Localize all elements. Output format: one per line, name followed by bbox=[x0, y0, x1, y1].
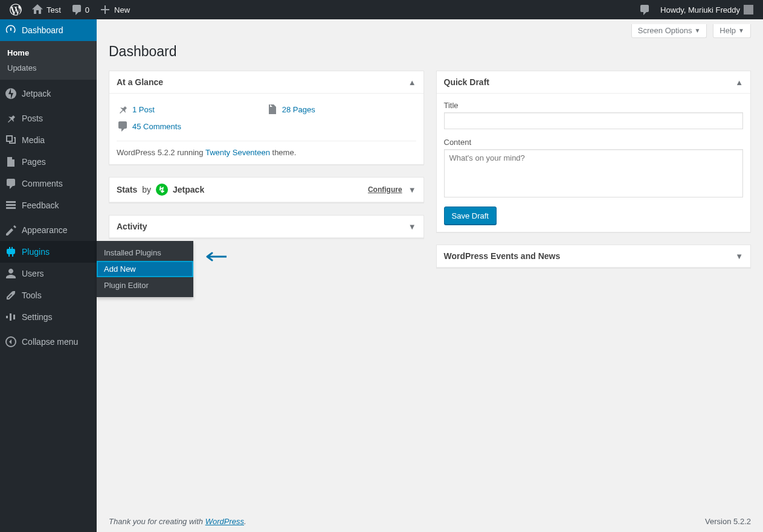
users-icon bbox=[5, 268, 17, 280]
configure-link[interactable]: Configure bbox=[368, 185, 402, 194]
menu-appearance[interactable]: Appearance bbox=[0, 219, 97, 241]
comment-icon bbox=[117, 120, 129, 132]
dashboard-icon bbox=[5, 24, 17, 36]
settings-icon bbox=[5, 311, 17, 323]
admin-menu: Dashboard Home Updates Jetpack Posts Med… bbox=[0, 19, 97, 532]
metabox-quick-draft: Quick Draft ▲ Title Content Save Draft bbox=[436, 71, 752, 232]
notifications-menu[interactable] bbox=[634, 0, 655, 19]
metabox-header[interactable]: Quick Draft ▲ bbox=[437, 71, 751, 94]
collapse-down-icon[interactable]: ▼ bbox=[408, 185, 416, 194]
help-button[interactable]: Help▼ bbox=[713, 24, 751, 38]
menu-settings[interactable]: Settings bbox=[0, 306, 97, 328]
tools-icon bbox=[5, 289, 17, 301]
collapse-down-icon[interactable]: ▼ bbox=[735, 252, 743, 261]
theme-link[interactable]: Twenty Seventeen bbox=[205, 148, 270, 157]
new-content-menu[interactable]: New bbox=[94, 0, 135, 19]
menu-posts[interactable]: Posts bbox=[0, 107, 97, 129]
site-name-menu[interactable]: Test bbox=[27, 0, 66, 19]
avatar bbox=[744, 5, 753, 14]
metabox-header[interactable]: WordPress Events and News ▼ bbox=[437, 245, 751, 268]
chevron-down-icon: ▼ bbox=[738, 27, 744, 34]
submenu-updates[interactable]: Updates bbox=[0, 60, 97, 75]
home-icon bbox=[31, 4, 43, 16]
content-area: Screen Options▼ Help▼ Dashboard At a Gla… bbox=[97, 0, 763, 532]
metabox-header[interactable]: Activity ▼ bbox=[109, 216, 423, 238]
glance-posts-link[interactable]: 1 Post bbox=[132, 105, 155, 114]
feedback-icon bbox=[5, 199, 17, 211]
screen-options-button[interactable]: Screen Options▼ bbox=[631, 24, 707, 38]
metabox-header[interactable]: Stats by ↯ Jetpack Configure ▼ bbox=[109, 178, 423, 202]
wp-logo-menu[interactable] bbox=[5, 0, 27, 19]
menu-tools[interactable]: Tools bbox=[0, 284, 97, 306]
comment-icon bbox=[5, 178, 17, 190]
comments-count: 0 bbox=[85, 5, 89, 14]
screen-meta-links: Screen Options▼ Help▼ bbox=[109, 24, 751, 38]
wordpress-link[interactable]: WordPress bbox=[205, 517, 244, 526]
menu-feedback[interactable]: Feedback bbox=[0, 194, 97, 216]
pin-icon bbox=[117, 103, 129, 115]
menu-users[interactable]: Users bbox=[0, 263, 97, 284]
new-label: New bbox=[114, 5, 130, 14]
jetpack-icon bbox=[5, 88, 17, 100]
menu-dashboard[interactable]: Dashboard Home Updates bbox=[0, 19, 97, 80]
menu-pages[interactable]: Pages bbox=[0, 151, 97, 173]
pin-icon bbox=[5, 112, 17, 124]
metabox-activity: Activity ▼ bbox=[109, 215, 424, 239]
media-icon bbox=[5, 134, 17, 146]
page-icon bbox=[266, 103, 278, 115]
menu-comments[interactable]: Comments bbox=[0, 173, 97, 194]
page-title: Dashboard bbox=[109, 38, 751, 71]
draft-title-input[interactable] bbox=[444, 112, 744, 129]
collapse-up-icon[interactable]: ▲ bbox=[408, 78, 416, 87]
content-label: Content bbox=[444, 138, 744, 147]
metabox-jetpack-stats: Stats by ↯ Jetpack Configure ▼ bbox=[109, 177, 424, 203]
plugin-icon bbox=[5, 246, 17, 258]
collapse-icon bbox=[5, 336, 17, 348]
metabox-events-news: WordPress Events and News ▼ bbox=[436, 245, 752, 268]
page-icon bbox=[5, 156, 17, 168]
wordpress-logo-icon bbox=[10, 4, 22, 16]
admin-footer: Thank you for creating with WordPress. V… bbox=[97, 511, 763, 532]
submenu-dashboard: Home Updates bbox=[0, 41, 97, 80]
submenu-home[interactable]: Home bbox=[0, 45, 97, 60]
wp-version-text: WordPress 5.2.2 running Twenty Seventeen… bbox=[117, 141, 416, 157]
menu-jetpack[interactable]: Jetpack bbox=[0, 83, 97, 104]
appearance-icon bbox=[5, 224, 17, 236]
save-draft-button[interactable]: Save Draft bbox=[444, 207, 497, 225]
chevron-down-icon: ▼ bbox=[694, 27, 700, 34]
menu-plugins[interactable]: Plugins Installed Plugins Add New Plugin… bbox=[0, 241, 97, 263]
admin-toolbar: Test 0 New Howdy, Muriuki Freddy bbox=[0, 0, 763, 19]
comment-icon bbox=[639, 4, 651, 16]
glance-comments-link[interactable]: 45 Comments bbox=[132, 122, 181, 131]
menu-media[interactable]: Media bbox=[0, 129, 97, 151]
jetpack-badge-icon: ↯ bbox=[156, 184, 168, 196]
draft-content-textarea[interactable] bbox=[444, 149, 744, 197]
collapse-down-icon[interactable]: ▼ bbox=[408, 222, 416, 231]
howdy-text: Howdy, Muriuki Freddy bbox=[660, 5, 740, 14]
menu-collapse[interactable]: Collapse menu bbox=[0, 331, 97, 353]
my-account-menu[interactable]: Howdy, Muriuki Freddy bbox=[655, 0, 758, 19]
site-name-text: Test bbox=[47, 5, 61, 14]
metabox-at-a-glance: At a Glance ▲ 1 Post 28 Pages 45 Comment… bbox=[109, 71, 424, 165]
comments-menu[interactable]: 0 bbox=[66, 0, 94, 19]
version-text: Version 5.2.2 bbox=[705, 517, 751, 526]
collapse-up-icon[interactable]: ▲ bbox=[735, 78, 743, 87]
metabox-header[interactable]: At a Glance ▲ bbox=[109, 71, 423, 94]
plus-icon bbox=[99, 4, 111, 16]
glance-pages-link[interactable]: 28 Pages bbox=[282, 105, 315, 114]
title-label: Title bbox=[444, 101, 744, 110]
comment-icon bbox=[71, 4, 83, 16]
